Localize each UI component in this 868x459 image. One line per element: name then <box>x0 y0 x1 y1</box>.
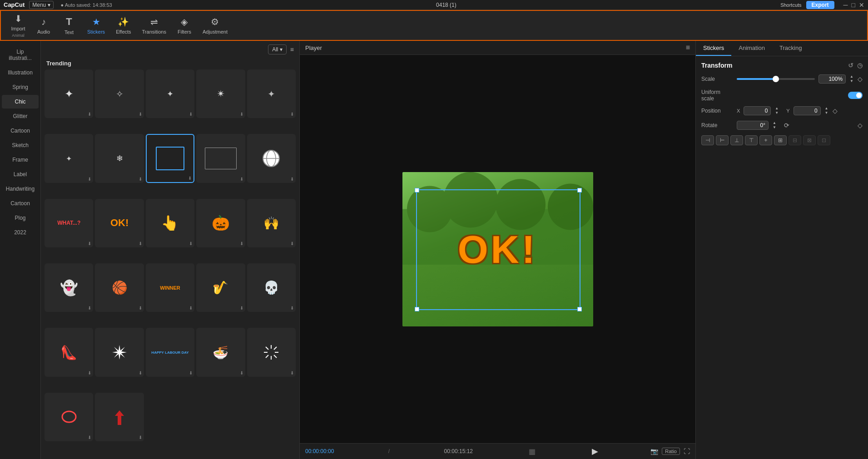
svg-line-11 <box>266 355 268 358</box>
filter-icon[interactable]: ≡ <box>290 46 294 53</box>
pos-x-down[interactable]: ▼ <box>774 111 779 115</box>
sticker-7[interactable]: ❄⬇ <box>95 134 144 183</box>
sticker-lines[interactable]: ⬇ <box>247 328 296 376</box>
sticker-crowd[interactable]: 🙌⬇ <box>247 199 296 247</box>
sidebar-item-sketch[interactable]: Sketch <box>2 138 39 152</box>
align-right-btn[interactable]: ⊥ <box>730 135 743 145</box>
position-x-input[interactable] <box>744 106 771 115</box>
sticker-heels[interactable]: 👠⬇ <box>45 328 93 376</box>
reset-icon[interactable]: ↺ <box>848 62 853 69</box>
sticker-5[interactable]: ✦⬇ <box>247 69 296 118</box>
sticker-skull[interactable]: 💀⬇ <box>247 263 296 312</box>
pos-x-up[interactable]: ▲ <box>774 106 779 111</box>
align-bottom-btn[interactable]: ⊞ <box>774 135 787 145</box>
sticker-frame-selected[interactable]: ⬇ <box>146 134 194 183</box>
player-canvas: OK! <box>300 55 695 443</box>
tool-filters[interactable]: ◈ Filters <box>172 14 197 37</box>
align-center-h-btn[interactable]: ⊢ <box>716 135 729 145</box>
tool-adjustment[interactable]: ⚙ Adjustment <box>197 14 233 37</box>
player-menu-icon[interactable]: ≡ <box>686 44 690 52</box>
align-center-v-btn[interactable]: + <box>759 135 772 145</box>
ratio-button[interactable]: Ratio <box>662 448 680 455</box>
tab-stickers[interactable]: Stickers <box>696 41 731 56</box>
tool-text[interactable]: T Text <box>56 13 82 38</box>
sticker-whattext[interactable]: WHAT...? ⬇ <box>45 199 93 247</box>
rotate-input[interactable] <box>737 121 769 130</box>
sticker-saxophone[interactable]: 🎷⬇ <box>196 263 245 312</box>
sidebar-item-cartoon[interactable]: Cartoon <box>2 124 39 138</box>
tool-effects[interactable]: ✨ Effects <box>110 14 136 37</box>
sticker-6[interactable]: ✦⬇ <box>45 134 93 183</box>
close-button[interactable]: ✕ <box>859 1 864 9</box>
history-icon[interactable]: ◷ <box>857 62 863 69</box>
sticker-2[interactable]: ✧⬇ <box>95 69 144 118</box>
export-button[interactable]: Export <box>806 1 834 9</box>
sidebar-item-lip[interactable]: Lip illustrati... <box>2 45 39 65</box>
maximize-button[interactable]: □ <box>852 1 855 9</box>
uniform-scale-toggle[interactable] <box>848 92 863 99</box>
player-controls-right: 📷 Ratio ⛶ <box>650 448 690 455</box>
sticker-arrow-red[interactable]: ⬇ <box>95 393 144 441</box>
scale-down-btn[interactable]: ▼ <box>849 79 854 84</box>
scale-up-btn[interactable]: ▲ <box>849 74 854 79</box>
left-sidebar: Lip illustrati... Illustration Spring Ch… <box>0 41 41 459</box>
sticker-basketball-net[interactable]: 🏀⬇ <box>95 263 144 312</box>
handle-bl[interactable] <box>415 307 419 311</box>
sidebar-item-chic[interactable]: Chic <box>2 95 39 109</box>
sticker-pumpkin[interactable]: 🎃⬇ <box>196 199 245 247</box>
align-left-btn[interactable]: ⊣ <box>701 135 714 145</box>
tool-stickers[interactable]: ★ Stickers <box>82 14 110 37</box>
rotate-reset-icon[interactable]: ⟳ <box>784 122 789 129</box>
svg-point-17 <box>496 179 546 230</box>
fullscreen-button[interactable]: ⛶ <box>684 448 690 455</box>
scale-keyframe-btn[interactable]: ◇ <box>858 75 863 83</box>
sticker-winner[interactable]: WINNER ⬇ <box>146 263 194 312</box>
menu-button[interactable]: Menu ▾ <box>29 1 53 9</box>
scale-input[interactable] <box>818 74 846 84</box>
position-keyframe-btn[interactable]: ◇ <box>833 107 838 114</box>
handle-br[interactable] <box>577 307 582 311</box>
rotate-down[interactable]: ▼ <box>772 125 777 130</box>
pos-y-up[interactable]: ▲ <box>824 106 829 111</box>
tool-audio[interactable]: ♪ Audio <box>31 14 56 37</box>
sticker-labour-day[interactable]: HAPPY LABOUR DAY ⬇ <box>146 328 194 376</box>
tab-animation[interactable]: Animation <box>731 41 772 56</box>
tab-tracking[interactable]: Tracking <box>772 41 809 56</box>
scale-slider[interactable] <box>737 78 815 80</box>
shortcuts-button[interactable]: Shortcuts <box>780 2 801 8</box>
pos-y-down[interactable]: ▼ <box>824 111 829 115</box>
sidebar-item-frame[interactable]: Frame <box>2 153 39 167</box>
sidebar-item-label[interactable]: Label <box>2 168 39 181</box>
sticker-4[interactable]: ✴⬇ <box>196 69 245 118</box>
minimize-button[interactable]: ─ <box>843 1 848 9</box>
rotate-keyframe-btn[interactable]: ◇ <box>858 122 863 129</box>
sticker-ghost[interactable]: 👻⬇ <box>45 263 93 312</box>
sticker-3[interactable]: ✦⬇ <box>146 69 194 118</box>
sticker-1[interactable]: ✦⬇ <box>45 69 93 118</box>
sticker-bowl[interactable]: 🍜⬇ <box>196 328 245 376</box>
align-top-btn[interactable]: ⊤ <box>745 135 758 145</box>
tool-transitions[interactable]: ⇌ Transitions <box>137 14 172 37</box>
tool-import[interactable]: ⬇ Import Animal <box>5 10 31 40</box>
screenshot-button[interactable]: 📷 <box>650 448 658 455</box>
timeline-icon[interactable]: ▦ <box>529 447 536 456</box>
sticker-frame-white[interactable]: ⬇ <box>196 134 245 183</box>
sticker-starburst[interactable]: ⬇ <box>95 328 144 376</box>
sidebar-item-spring[interactable]: Spring <box>2 80 39 94</box>
sidebar-item-plog[interactable]: Plog <box>2 211 39 225</box>
sidebar-item-illustration[interactable]: Illustration <box>2 66 39 79</box>
position-y-input[interactable] <box>794 106 821 115</box>
sticker-hand[interactable]: 👆⬇ <box>146 199 194 247</box>
sticker-globe[interactable]: ⬇ <box>247 134 296 183</box>
sidebar-item-glitter[interactable]: Glitter <box>2 109 39 123</box>
sidebar-item-2022[interactable]: 2022 <box>2 226 39 239</box>
right-panel-tabs: Stickers Animation Tracking <box>696 41 868 56</box>
sticker-ok[interactable]: OK! ⬇ <box>95 199 144 247</box>
play-button[interactable]: ▶ <box>592 446 598 456</box>
sidebar-item-handwriting[interactable]: Handwriting <box>2 182 39 196</box>
rotate-up[interactable]: ▲ <box>772 121 777 125</box>
all-filter-button[interactable]: All ▾ <box>268 44 287 54</box>
sticker-circle-red[interactable]: ⬇ <box>45 393 93 441</box>
sidebar-item-cartoon2[interactable]: Cartoon <box>2 197 39 210</box>
tool-audio-label: Audio <box>37 29 50 35</box>
